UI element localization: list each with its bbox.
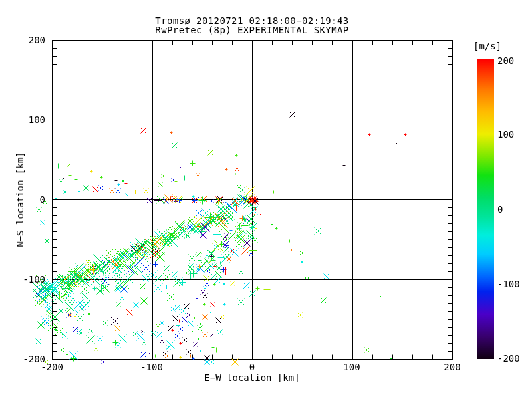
colorbar-tick-label: -200	[497, 354, 531, 363]
x-tick-label: 200	[432, 362, 472, 372]
y-tick-label: 100	[11, 115, 45, 124]
chart-subtitle: RwPretec (8p) EXPERIMENTAL SKYMAP	[52, 25, 452, 35]
chart-title: Tromsø 20120721 02:18:00−02:19:43	[52, 16, 452, 25]
colorbar-tick-label: 100	[497, 130, 531, 139]
colorbar-tick-label: 200	[497, 56, 531, 65]
colorbar-gradient	[477, 59, 494, 359]
x-tick-label: 100	[332, 362, 372, 372]
y-tick-label: 200	[11, 35, 45, 45]
colorbar-tick-label: 0	[497, 205, 531, 214]
x-tick-label: 0	[232, 362, 272, 372]
skymap-figure: Tromsø 20120721 02:18:00−02:19:43 RwPret…	[0, 0, 532, 399]
colorbar-unit-label: [m/s]	[473, 41, 501, 51]
colorbar-tick-label: -100	[497, 279, 531, 289]
y-tick-label: -100	[11, 275, 45, 284]
y-tick-label: 0	[11, 195, 45, 204]
x-axis-label: E−W location [km]	[52, 373, 452, 382]
skymap-plot-canvas	[0, 0, 532, 399]
y-tick-label: -200	[11, 354, 45, 364]
x-tick-label: -100	[132, 362, 172, 372]
